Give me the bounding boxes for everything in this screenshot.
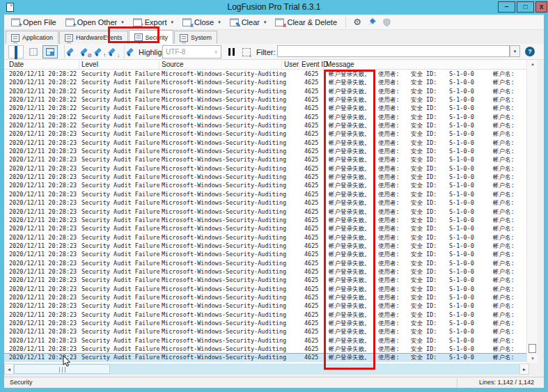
message-part: S-1-0-0 (449, 353, 474, 361)
grid-icon (46, 48, 54, 56)
column-header-level[interactable]: Level (81, 61, 98, 68)
table-row[interactable]: 2020/12/11 20:28:23Security Audit Failur… (4, 155, 526, 164)
table-row[interactable]: 2020/12/11 20:28:23Security Audit Failur… (4, 147, 526, 155)
grid-view-button[interactable] (42, 45, 58, 58)
column-header-source[interactable]: Source (162, 61, 184, 68)
highlight-disable-button[interactable]: ⊘ (79, 45, 92, 58)
horizontal-scrollbar-thumb[interactable] (14, 364, 110, 374)
filter-dropdown-button[interactable]: ▾ (510, 45, 520, 57)
expand-all-button[interactable] (8, 45, 24, 58)
column-header-date[interactable]: Date (9, 61, 24, 68)
table-row[interactable]: 2020/12/11 20:28:22Security Audit Failur… (4, 87, 526, 95)
table-row[interactable]: 2020/12/11 20:28:23Security Audit Failur… (4, 336, 526, 345)
open-file-button[interactable]: + Open File (8, 17, 60, 28)
table-row[interactable]: 2020/12/11 20:28:23Security Audit Failur… (4, 250, 526, 258)
close-log-button[interactable]: x Close ▾ (179, 17, 224, 28)
table-row[interactable]: 2020/12/11 20:28:23Security Audit Failur… (4, 173, 526, 181)
table-row[interactable]: 2020/12/11 20:28:23Security Audit Failur… (4, 181, 526, 189)
message-part: 使用者: (378, 311, 400, 319)
open-other-button[interactable]: + Open Other ▾ (62, 17, 127, 28)
scroll-left-icon[interactable]: ◂ (4, 363, 14, 375)
table-row[interactable]: 2020/12/11 20:28:23Security Audit Failur… (4, 139, 526, 147)
table-row[interactable]: 2020/12/11 20:28:23Security Audit Failur… (4, 164, 526, 173)
cell-level: Security Audit Failure (81, 216, 160, 224)
autoscroll-button[interactable] (241, 45, 252, 58)
table-row[interactable]: 2020/12/11 20:28:23Security Audit Failur… (4, 130, 526, 138)
message-part: 帐户登录失败。 (329, 242, 370, 250)
table-row[interactable]: 2020/12/11 20:28:23Security Audit Failur… (4, 190, 526, 198)
table-row[interactable]: 2020/12/11 20:28:23Security Audit Failur… (4, 259, 526, 267)
table-row[interactable]: 2020/12/11 20:28:22Security Audit Failur… (4, 95, 526, 104)
settings-button[interactable]: ⚙ (351, 16, 363, 29)
table-row[interactable]: 2020/12/11 20:28:23Security Audit Failur… (4, 345, 526, 353)
column-header-eventid[interactable]: Event ID (302, 61, 328, 68)
message-part: 帐户登录失败。 (329, 95, 370, 104)
tab-security[interactable]: ✓ Security (129, 30, 174, 44)
table-row[interactable]: 2020/12/11 20:28:23Security Audit Failur… (4, 198, 526, 207)
maximize-button[interactable]: □ (517, 1, 534, 13)
pin-icon (368, 17, 377, 26)
encoding-select[interactable]: UTF-8 ∨ (162, 45, 221, 58)
prev-highlight-button[interactable]: ↑ (93, 45, 106, 58)
table-row[interactable]: 2020/12/11 20:28:23Security Audit Failur… (4, 285, 526, 293)
tab-hardwareevents[interactable]: ✓ HardwareEvents (59, 31, 128, 44)
message-part: 使用者: (378, 267, 400, 276)
table-body: 2020/12/11 20:28:22Security Audit Failur… (4, 70, 526, 363)
cell-date: 2020/12/11 20:28:23 (9, 345, 77, 353)
export-button[interactable]: ↑ Export ▾ (130, 17, 177, 28)
cell-date: 2020/12/11 20:28:23 (9, 173, 77, 181)
columns-button[interactable] (26, 45, 41, 58)
message-part: 帐户名: (493, 233, 515, 242)
message-part: 使用者: (378, 242, 400, 250)
table-row[interactable]: 2020/12/11 20:28:22Security Audit Failur… (4, 121, 526, 130)
table-row[interactable]: 2020/12/11 20:28:23Security Audit Failur… (4, 216, 526, 224)
tab-application[interactable]: ✓ Application (6, 31, 58, 44)
horizontal-scrollbar[interactable]: ◂ ▸ (4, 363, 529, 375)
toolbar-separator (124, 45, 125, 58)
table-row[interactable]: 2020/12/11 20:28:23Security Audit Failur… (4, 207, 526, 216)
vertical-scrollbar-thumb[interactable] (529, 344, 536, 353)
table-row[interactable]: 2020/12/11 20:28:22Security Audit Failur… (4, 113, 526, 121)
highlighter-off-icon: ⊘ (81, 47, 91, 57)
clear-button[interactable]: ✎ Clear ▾ (226, 17, 270, 28)
table-row[interactable]: 2020/12/11 20:28:23Security Audit Failur… (4, 267, 526, 276)
table-row[interactable]: 2020/12/11 20:28:23Security Audit Failur… (4, 224, 526, 233)
close-button[interactable]: x (535, 1, 547, 13)
next-highlight-button[interactable]: ↓ (107, 45, 120, 58)
tab-system[interactable]: ✓ System (174, 31, 217, 44)
table-row[interactable]: 2020/12/11 20:28:22Security Audit Failur… (4, 104, 526, 112)
double-chevron-down-icon (15, 46, 17, 58)
filter-input[interactable] (277, 45, 510, 57)
table-row[interactable]: 2020/12/11 20:28:23Security Audit Failur… (4, 276, 526, 284)
pause-button[interactable] (226, 45, 237, 58)
cell-eid: 4625 (304, 70, 318, 78)
table-row[interactable]: 2020/12/11 20:28:23Security Audit Failur… (4, 353, 526, 361)
table-row[interactable]: 2020/12/11 20:28:23Security Audit Failur… (4, 327, 526, 336)
table-row[interactable]: 2020/12/11 20:28:23Security Audit Failur… (4, 319, 526, 327)
message-part: S-1-0-0 (449, 155, 474, 164)
help-button[interactable]: ? (525, 47, 535, 56)
pin-button[interactable] (366, 16, 378, 29)
message-part: 使用者: (378, 276, 400, 284)
shield-button[interactable] (380, 16, 393, 29)
clear-delete-button[interactable]: x Clear & Delete (272, 17, 340, 28)
column-header-user[interactable]: User (284, 61, 299, 68)
table-row[interactable]: 2020/12/11 20:28:23Security Audit Failur… (4, 311, 526, 319)
scroll-up-icon[interactable]: ▴ (527, 60, 538, 68)
cell-level: Security Audit Failure (81, 207, 160, 216)
table-row[interactable]: 2020/12/11 20:28:22Security Audit Failur… (4, 70, 526, 78)
gear-icon: ⚙ (353, 17, 361, 26)
column-header-message[interactable]: Message (326, 61, 354, 68)
vertical-scrollbar[interactable]: ▴ ▾ (526, 60, 538, 363)
highlight-pen-button[interactable] (65, 45, 78, 58)
table-row[interactable]: 2020/12/11 20:28:23Security Audit Failur… (4, 293, 526, 301)
table-row[interactable]: 2020/12/11 20:28:23Security Audit Failur… (4, 233, 526, 242)
minimize-button[interactable]: – (498, 1, 515, 13)
message-part: S-1-0-0 (449, 216, 474, 224)
scroll-down-icon[interactable]: ▾ (527, 354, 538, 363)
cell-source: Microsoft-Windows-Security-Auditing (162, 353, 286, 361)
table-row[interactable]: 2020/12/11 20:28:23Security Audit Failur… (4, 242, 526, 250)
table-row[interactable]: 2020/12/11 20:28:22Security Audit Failur… (4, 78, 526, 86)
scroll-right-icon[interactable]: ▸ (519, 363, 529, 375)
table-row[interactable]: 2020/12/11 20:28:23Security Audit Failur… (4, 301, 526, 310)
